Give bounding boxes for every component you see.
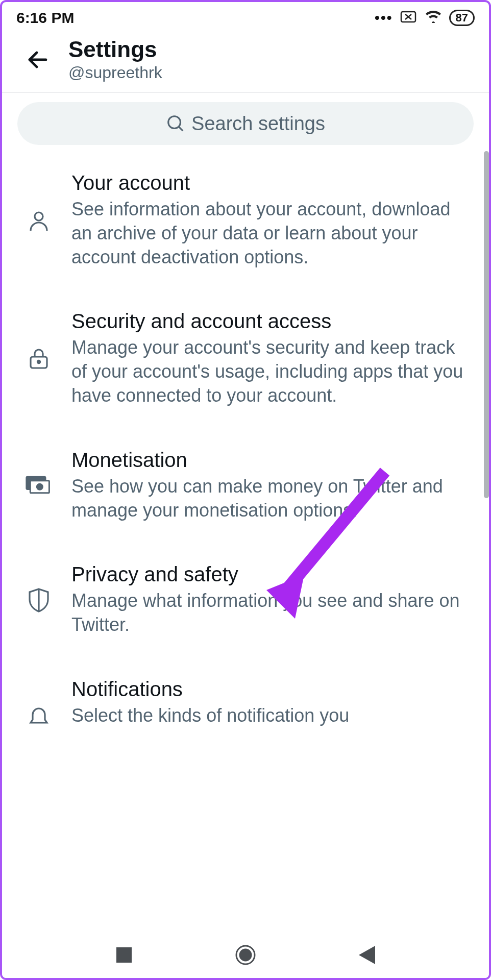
settings-list: Your account See information about your … (2, 151, 489, 932)
search-placeholder: Search settings (191, 113, 325, 135)
money-icon (20, 475, 57, 496)
more-dots-icon: ••• (375, 10, 392, 26)
item-desc: Manage your account's security and keep … (71, 336, 471, 407)
svg-point-2 (168, 116, 181, 129)
page-title: Settings (68, 37, 162, 62)
settings-item-monetisation[interactable]: Monetisation See how you can make money … (2, 428, 489, 543)
battery-indicator: 87 (449, 10, 475, 26)
svg-line-3 (179, 127, 183, 131)
status-bar: 6:16 PM ••• 87 (2, 2, 489, 32)
item-title: Monetisation (71, 449, 471, 472)
svg-marker-17 (359, 946, 375, 964)
item-title: Notifications (71, 678, 471, 701)
item-desc: Select the kinds of notification you (71, 704, 471, 728)
shield-icon (20, 587, 57, 614)
item-desc: See how you can make money on Twitter an… (71, 475, 471, 523)
android-nav-bar (2, 932, 489, 978)
item-title: Security and account access (71, 310, 471, 333)
wifi-icon (425, 9, 442, 27)
lock-icon (20, 347, 57, 371)
item-title: Your account (71, 172, 471, 194)
settings-item-privacy[interactable]: Privacy and safety Manage what informati… (2, 543, 489, 657)
app-header: Settings @supreethrk (2, 32, 489, 93)
recent-apps-button[interactable] (111, 942, 137, 968)
status-right: ••• 87 (375, 9, 475, 27)
item-title: Privacy and safety (71, 563, 471, 586)
search-icon (166, 114, 185, 133)
search-input[interactable]: Search settings (17, 102, 474, 145)
item-desc: Manage what information you see and shar… (71, 589, 471, 637)
svg-point-9 (37, 484, 42, 489)
status-time: 6:16 PM (16, 9, 74, 27)
svg-point-16 (240, 949, 251, 961)
svg-point-6 (37, 360, 40, 363)
home-button[interactable] (233, 942, 258, 968)
bell-icon (20, 703, 57, 728)
item-desc: See information about your account, down… (71, 198, 471, 269)
settings-item-notifications[interactable]: Notifications Select the kinds of notifi… (2, 657, 489, 748)
back-nav-button[interactable] (354, 942, 380, 968)
sim-off-icon (400, 9, 418, 27)
svg-point-4 (35, 212, 43, 220)
settings-item-account[interactable]: Your account See information about your … (2, 151, 489, 289)
back-button[interactable] (22, 44, 53, 75)
settings-item-security[interactable]: Security and account access Manage your … (2, 289, 489, 428)
svg-rect-14 (116, 947, 132, 963)
person-icon (20, 208, 57, 233)
page-subtitle: @supreethrk (68, 63, 162, 82)
scroll-indicator[interactable] (484, 151, 489, 498)
